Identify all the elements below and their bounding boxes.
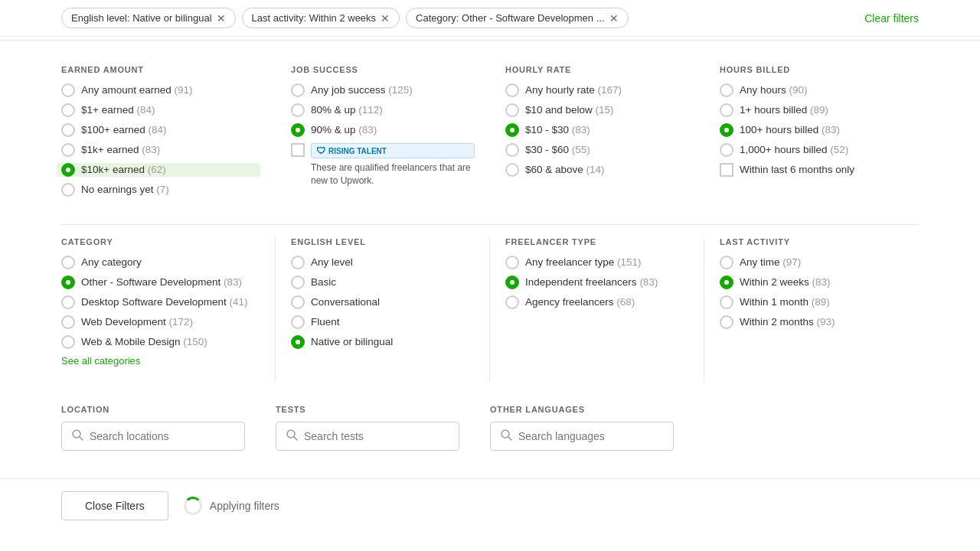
rising-talent-row[interactable]: 🛡 RISING TALENT These are qualified free… [291, 143, 475, 187]
category-web-dev[interactable]: Web Development (172) [61, 315, 260, 329]
radio-freelancer-agency[interactable] [505, 295, 519, 309]
earned-1kplus[interactable]: $1k+ earned (83) [61, 143, 260, 157]
success-80[interactable]: 80% & up (112) [291, 103, 475, 117]
radio-category-any[interactable] [61, 256, 75, 269]
category-section: CATEGORY Any category Other - Software D… [61, 237, 276, 382]
radio-success-any[interactable] [291, 83, 305, 97]
tests-search-box[interactable] [276, 422, 459, 451]
rate-60above[interactable]: $60 & above (14) [505, 163, 689, 177]
hours-any[interactable]: Any hours (90) [720, 83, 903, 97]
radio-hours-any[interactable] [720, 83, 733, 97]
earned-10kplus[interactable]: $10k+ earned (62) [57, 163, 260, 177]
tests-search-input[interactable] [304, 430, 449, 442]
earned-1plus[interactable]: $1+ earned (84) [61, 103, 260, 117]
close-icon[interactable]: ✕ [609, 13, 619, 24]
radio-category-web-dev[interactable] [61, 315, 75, 329]
radio-freelancer-any[interactable] [505, 256, 519, 269]
radio-activity-1month[interactable] [720, 295, 733, 309]
earned-any[interactable]: Any amount earned (91) [61, 83, 260, 97]
category-other-software[interactable]: Other - Software Development (83) [61, 276, 260, 289]
radio-earned-10kplus[interactable] [61, 163, 75, 177]
activity-any[interactable]: Any time (97) [720, 256, 903, 269]
english-basic[interactable]: Basic [291, 276, 474, 289]
activity-2weeks[interactable]: Within 2 weeks (83) [720, 276, 903, 289]
radio-hours-100plus[interactable] [720, 123, 733, 137]
success-90[interactable]: 90% & up (83) [291, 123, 475, 137]
radio-hours-1plus[interactable] [720, 103, 733, 117]
freelancer-any[interactable]: Any freelancer type (151) [505, 256, 688, 269]
radio-english-basic[interactable] [291, 276, 305, 289]
radio-english-fluent[interactable] [291, 315, 305, 329]
category-any[interactable]: Any category [61, 256, 260, 269]
radio-category-web-mobile[interactable] [61, 335, 75, 349]
location-section: LOCATION [61, 405, 276, 451]
radio-success-90[interactable] [291, 123, 305, 137]
radio-category-desktop[interactable] [61, 295, 75, 309]
location-search-box[interactable] [61, 422, 245, 451]
radio-rate-30-60[interactable] [505, 143, 519, 157]
location-title: LOCATION [61, 405, 260, 414]
rate-any[interactable]: Any hourly rate (167) [505, 83, 689, 97]
location-search-input[interactable] [90, 430, 235, 442]
tests-title: TESTS [276, 405, 475, 414]
freelancer-independent[interactable]: Independent freelancers (83) [505, 276, 688, 289]
mid-divider [61, 224, 919, 225]
activity-1month[interactable]: Within 1 month (89) [720, 295, 903, 309]
clear-filters-button[interactable]: Clear filters [864, 12, 919, 24]
rate-10-30[interactable]: $10 - $30 (83) [505, 123, 689, 137]
category-desktop[interactable]: Desktop Software Development (41) [61, 295, 260, 309]
radio-hours-1000plus[interactable] [720, 143, 733, 157]
radio-english-conversational[interactable] [291, 295, 305, 309]
languages-search-input[interactable] [518, 430, 664, 442]
other-languages-title: OTHER LANGUAGES [490, 405, 689, 414]
languages-search-box[interactable] [490, 422, 674, 451]
english-any[interactable]: Any level [291, 256, 474, 269]
radio-rate-10-30[interactable] [505, 123, 519, 137]
category-web-mobile[interactable]: Web & Mobile Design (150) [61, 335, 260, 349]
earned-none[interactable]: No earnings yet (7) [61, 183, 260, 197]
hours-1plus[interactable]: 1+ hours billed (89) [720, 103, 903, 117]
radio-freelancer-independent[interactable] [505, 276, 519, 289]
see-all-categories[interactable]: See all categories [61, 355, 260, 367]
radio-earned-1kplus[interactable] [61, 143, 75, 157]
radio-earned-any[interactable] [61, 83, 75, 97]
english-native[interactable]: Native or bilingual [291, 335, 474, 349]
main-content: EARNED AMOUNT Any amount earned (91) $1+… [0, 53, 980, 466]
rate-30-60[interactable]: $30 - $60 (55) [505, 143, 689, 157]
rate-10below[interactable]: $10 and below (15) [505, 103, 689, 117]
earned-100plus[interactable]: $100+ earned (84) [61, 123, 260, 137]
close-icon[interactable]: ✕ [217, 13, 226, 24]
radio-activity-2months[interactable] [720, 315, 733, 329]
radio-rate-any[interactable] [505, 83, 519, 97]
filters-grid-top: EARNED AMOUNT Any amount earned (91) $1+… [61, 65, 919, 218]
radio-earned-none[interactable] [61, 183, 75, 197]
radio-success-80[interactable] [291, 103, 305, 117]
radio-english-native[interactable] [291, 335, 305, 349]
radio-activity-2weeks[interactable] [720, 276, 733, 289]
activity-2months[interactable]: Within 2 months (93) [720, 315, 903, 329]
hours-last-6-months[interactable]: Within last 6 months only [720, 163, 903, 177]
hours-1000plus[interactable]: 1,000+ hours billed (52) [720, 143, 903, 157]
radio-rate-10below[interactable] [505, 103, 519, 117]
close-filters-button[interactable]: Close Filters [61, 491, 168, 520]
radio-activity-any[interactable] [720, 256, 733, 269]
close-icon[interactable]: ✕ [381, 13, 390, 24]
filter-tag-category[interactable]: Category: Other - Software Developmen ..… [406, 8, 628, 28]
freelancer-agency[interactable]: Agency freelancers (68) [505, 295, 688, 309]
english-conversational[interactable]: Conversational [291, 295, 474, 309]
freelancer-type-section: FREELANCER TYPE Any freelancer type (151… [490, 237, 704, 382]
radio-rate-60above[interactable] [505, 163, 519, 177]
radio-category-other-software[interactable] [61, 276, 75, 289]
success-any[interactable]: Any job success (125) [291, 83, 475, 97]
checkbox-last-6-months[interactable] [720, 163, 733, 177]
radio-english-any[interactable] [291, 256, 305, 269]
english-fluent[interactable]: Fluent [291, 315, 474, 329]
filter-tag-activity[interactable]: Last activity: Within 2 weeks ✕ [242, 8, 400, 28]
checkbox-rising-talent[interactable] [291, 143, 305, 157]
bottom-search-section: LOCATION TESTS [61, 397, 919, 451]
hours-100plus[interactable]: 100+ hours billed (83) [720, 123, 903, 137]
filter-tag-english[interactable]: English level: Native or bilingual ✕ [61, 8, 236, 28]
filter-tag-label: English level: Native or bilingual [71, 12, 212, 24]
radio-earned-100plus[interactable] [61, 123, 75, 137]
radio-earned-1plus[interactable] [61, 103, 75, 117]
